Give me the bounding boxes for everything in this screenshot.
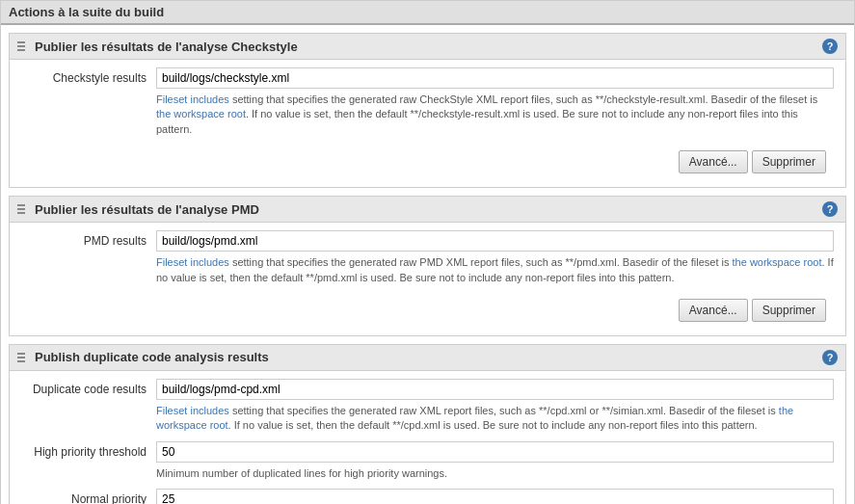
form-row-normal-priority: Normal priority threshold Minimum number…: [21, 489, 834, 504]
form-row-pmd-results: PMD results Fileset includes setting tha…: [21, 230, 834, 285]
section-header-pmd: Publier les résultats de l'analyse PMD ?: [10, 197, 845, 223]
pmd-advanced-button[interactable]: Avancé...: [679, 299, 748, 322]
hint-cpd-results: Fileset includes setting that specifies …: [156, 404, 834, 434]
link-fileset-includes-cpd[interactable]: Fileset includes: [156, 405, 229, 416]
section-body-cpd: Duplicate code results Fileset includes …: [10, 371, 845, 504]
drag-handle-checkstyle[interactable]: [17, 41, 25, 51]
field-pmd-results: Fileset includes setting that specifies …: [156, 230, 834, 285]
field-cpd-results: Fileset includes setting that specifies …: [156, 379, 834, 434]
page-title: Actions à la suite du build: [9, 5, 164, 19]
form-row-cpd-results: Duplicate code results Fileset includes …: [21, 379, 834, 434]
section-body-checkstyle: Checkstyle results Fileset includes sett…: [10, 60, 845, 187]
button-row-pmd: Avancé... Supprimer: [21, 293, 834, 328]
help-icon-cpd[interactable]: ?: [822, 350, 838, 365]
link-fileset-includes-checkstyle[interactable]: Fileset includes: [156, 93, 229, 105]
section-pmd: Publier les résultats de l'analyse PMD ?…: [9, 196, 846, 336]
input-pmd-results[interactable]: [156, 230, 834, 252]
page-container: Actions à la suite du build Publier les …: [0, 0, 855, 504]
label-cpd-results: Duplicate code results: [21, 379, 156, 396]
field-checkstyle-results: Fileset includes setting that specifies …: [156, 67, 834, 137]
section-title-pmd: Publier les résultats de l'analyse PMD: [35, 202, 259, 217]
section-title-checkstyle: Publier les résultats de l'analyse Check…: [35, 40, 298, 54]
pmd-delete-button[interactable]: Supprimer: [752, 299, 826, 322]
label-high-priority: High priority threshold: [21, 441, 156, 459]
section-body-pmd: PMD results Fileset includes setting tha…: [10, 223, 845, 335]
link-fileset-includes-pmd[interactable]: Fileset includes: [156, 256, 229, 268]
hint-high-priority: Minimum number of duplicated lines for h…: [156, 466, 834, 481]
hint-checkstyle-results: Fileset includes setting that specifies …: [156, 93, 834, 137]
form-row-high-priority: High priority threshold Minimum number o…: [21, 441, 834, 481]
label-pmd-results: PMD results: [21, 230, 156, 248]
label-normal-priority: Normal priority threshold: [21, 489, 156, 504]
form-row-checkstyle-results: Checkstyle results Fileset includes sett…: [21, 67, 834, 137]
label-checkstyle-results: Checkstyle results: [21, 67, 156, 85]
section-header-left-cpd: Publish duplicate code analysis results: [17, 350, 269, 364]
hint-pmd-results: Fileset includes setting that specifies …: [156, 255, 834, 285]
help-icon-pmd[interactable]: ?: [822, 201, 838, 217]
help-icon-checkstyle[interactable]: ?: [822, 39, 838, 54]
section-header-left-checkstyle: Publier les résultats de l'analyse Check…: [17, 40, 298, 54]
input-cpd-results[interactable]: [156, 379, 834, 400]
field-normal-priority: Minimum number of duplicated lines for n…: [156, 489, 834, 504]
section-header-left-pmd: Publier les résultats de l'analyse PMD: [17, 202, 259, 217]
section-checkstyle: Publier les résultats de l'analyse Check…: [9, 33, 846, 188]
input-checkstyle-results[interactable]: [156, 67, 834, 89]
link-workspace-root-cpd[interactable]: the workspace root: [156, 405, 793, 431]
section-header-cpd: Publish duplicate code analysis results …: [10, 345, 845, 371]
button-row-checkstyle: Avancé... Supprimer: [21, 145, 834, 179]
link-workspace-root-pmd[interactable]: the workspace root: [733, 256, 822, 268]
drag-handle-cpd[interactable]: [17, 353, 25, 362]
page-header: Actions à la suite du build: [1, 1, 854, 25]
checkstyle-delete-button[interactable]: Supprimer: [752, 150, 826, 173]
checkstyle-advanced-button[interactable]: Avancé...: [679, 150, 748, 173]
section-header-checkstyle: Publier les résultats de l'analyse Check…: [10, 34, 845, 60]
link-workspace-root-checkstyle[interactable]: the workspace root: [156, 108, 246, 119]
section-title-cpd: Publish duplicate code analysis results: [35, 350, 269, 364]
field-high-priority: Minimum number of duplicated lines for h…: [156, 441, 834, 481]
drag-handle-pmd[interactable]: [17, 204, 25, 214]
input-high-priority[interactable]: [156, 441, 834, 463]
input-normal-priority[interactable]: [156, 489, 834, 504]
section-cpd: Publish duplicate code analysis results …: [9, 344, 846, 504]
